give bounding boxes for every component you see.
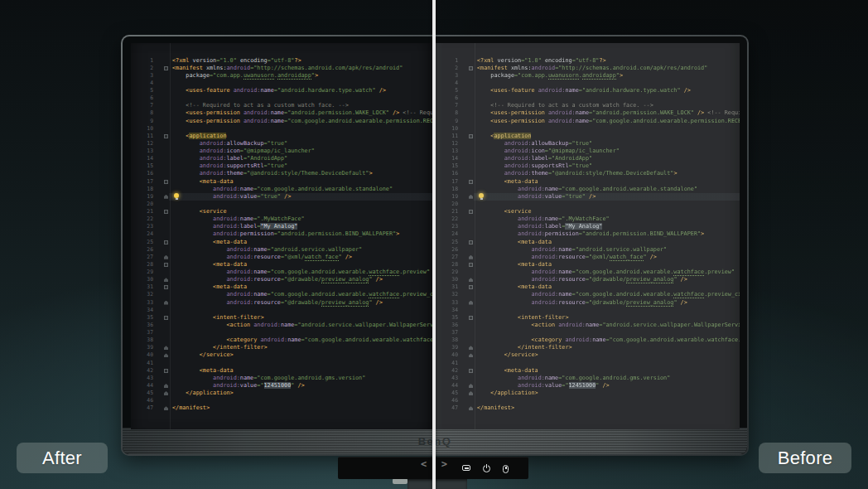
code-text: <uses-permission android:name="android.p… xyxy=(477,109,740,117)
line-number: 43 xyxy=(436,375,458,382)
fold-end-icon[interactable] xyxy=(164,406,168,410)
code-line: 35 <intent-filter> xyxy=(131,314,434,322)
code-line: 47</manifest> xyxy=(436,404,740,412)
fold-start-icon[interactable] xyxy=(469,210,473,214)
code-line: 28 <meta-data xyxy=(131,261,434,269)
code-text: <category android:name="com.google.andro… xyxy=(477,336,740,344)
fold-start-icon[interactable] xyxy=(469,240,473,244)
code-text: <meta-data xyxy=(477,367,740,375)
fold-end-icon[interactable] xyxy=(164,391,168,395)
code-text: android:theme="@android:style/Theme.Devi… xyxy=(172,170,434,177)
code-line: 2<manifest xmlns:android="http://schemas… xyxy=(436,65,740,72)
code-line: 23 android:label="My Analog" xyxy=(131,223,434,230)
line-number: 6 xyxy=(131,94,153,102)
line-number: 23 xyxy=(436,223,458,230)
code-text: <intent-filter> xyxy=(477,314,740,322)
fold-end-icon[interactable] xyxy=(164,346,168,350)
fold-end-icon[interactable] xyxy=(469,384,473,388)
line-number: 24 xyxy=(131,230,153,238)
code-line: 33 android:resource="@drawable/preview_a… xyxy=(131,299,434,307)
fold-start-icon[interactable] xyxy=(164,180,168,184)
code-line: 18 android:name="com.google.android.wear… xyxy=(131,186,434,193)
code-line: 44 android:value="12451000" /> xyxy=(131,382,434,390)
fold-start-icon[interactable] xyxy=(164,316,168,320)
code-line: 9 <uses-permission android:name="com.goo… xyxy=(131,118,434,125)
line-number: 44 xyxy=(436,382,458,390)
fold-end-icon[interactable] xyxy=(469,346,473,350)
code-text: android:name=".MyWatchFace" xyxy=(477,215,740,223)
after-label[interactable]: After xyxy=(17,443,108,473)
line-number: 38 xyxy=(436,336,458,344)
fold-end-icon[interactable] xyxy=(469,278,473,282)
line-number: 2 xyxy=(131,65,153,72)
line-number: 22 xyxy=(131,215,153,223)
fold-end-icon[interactable] xyxy=(469,391,473,395)
code-text: android:name="com.google.android.gms.ver… xyxy=(477,375,740,382)
line-number: 3 xyxy=(131,72,153,80)
power-icon xyxy=(483,465,490,472)
line-number: 36 xyxy=(131,322,153,329)
fold-start-icon[interactable] xyxy=(469,134,473,138)
code-line: 30 android:resource="@drawable/preview_a… xyxy=(436,276,740,283)
fold-start-icon[interactable] xyxy=(469,285,473,289)
code-line: 41 xyxy=(436,360,740,367)
cable-clip xyxy=(393,478,407,484)
code-line: 28 <meta-data xyxy=(436,261,740,269)
fold-end-icon[interactable] xyxy=(469,255,473,259)
fold-start-icon[interactable] xyxy=(164,285,168,289)
fold-start-icon[interactable] xyxy=(469,316,473,320)
fold-start-icon[interactable] xyxy=(469,369,473,373)
fold-start-icon[interactable] xyxy=(469,66,473,70)
code-text: </application> xyxy=(477,390,740,397)
fold-end-icon[interactable] xyxy=(164,384,168,388)
line-number: 20 xyxy=(436,201,458,208)
code-text: android:supportsRtl="true" xyxy=(477,162,740,170)
fold-start-icon[interactable] xyxy=(164,134,168,138)
code-line: 40 </service> xyxy=(436,351,740,359)
fold-end-icon[interactable] xyxy=(469,301,473,305)
code-line: 8 <uses-permission android:name="android… xyxy=(131,109,434,117)
line-number: 4 xyxy=(131,80,153,87)
fold-end-icon[interactable] xyxy=(164,301,168,305)
fold-end-icon[interactable] xyxy=(164,255,168,259)
slider-divider[interactable] xyxy=(432,0,436,489)
code-text: <meta-data xyxy=(477,283,740,291)
line-number: 28 xyxy=(436,261,458,269)
code-line: 21 <service xyxy=(131,208,434,215)
fold-start-icon[interactable] xyxy=(164,240,168,244)
code-line: 31 <meta-data xyxy=(131,283,434,291)
fold-start-icon[interactable] xyxy=(164,263,168,267)
code-line: 41 xyxy=(131,360,434,367)
fold-end-icon[interactable] xyxy=(164,195,168,199)
code-text: android:allowBackup="true" xyxy=(172,140,434,148)
slider-handle[interactable]: < > xyxy=(421,458,447,470)
code-text: android:label="My Analog" xyxy=(172,223,434,230)
code-text: <application xyxy=(477,133,740,140)
code-line: 17 <meta-data xyxy=(131,178,434,186)
code-text: <uses-permission android:name="com.googl… xyxy=(477,118,740,125)
fold-end-icon[interactable] xyxy=(469,353,473,357)
line-number: 2 xyxy=(436,65,458,72)
code-line: 23 android:label="My Analog" xyxy=(436,223,740,230)
code-line: 46 xyxy=(131,397,434,404)
line-number: 14 xyxy=(131,155,153,162)
fold-end-icon[interactable] xyxy=(164,353,168,357)
code-text: android:label="My Analog" xyxy=(477,223,740,230)
code-line: 10 xyxy=(436,125,740,133)
fold-end-icon[interactable] xyxy=(164,278,168,282)
line-number: 30 xyxy=(436,276,458,283)
code-text: <action android:name="android.service.wa… xyxy=(172,322,434,329)
fold-start-icon[interactable] xyxy=(164,210,168,214)
fold-end-icon[interactable] xyxy=(469,195,473,199)
fold-start-icon[interactable] xyxy=(164,369,168,373)
code-text: <!-- Required to act as a custom watch f… xyxy=(172,102,434,109)
line-number: 17 xyxy=(436,178,458,186)
fold-end-icon[interactable] xyxy=(469,406,473,410)
fold-start-icon[interactable] xyxy=(469,263,473,267)
before-label[interactable]: Before xyxy=(759,443,851,473)
line-number: 40 xyxy=(131,351,153,359)
code-text: </application> xyxy=(172,390,434,397)
line-number: 19 xyxy=(436,193,458,201)
fold-start-icon[interactable] xyxy=(469,180,473,184)
fold-start-icon[interactable] xyxy=(164,66,168,70)
